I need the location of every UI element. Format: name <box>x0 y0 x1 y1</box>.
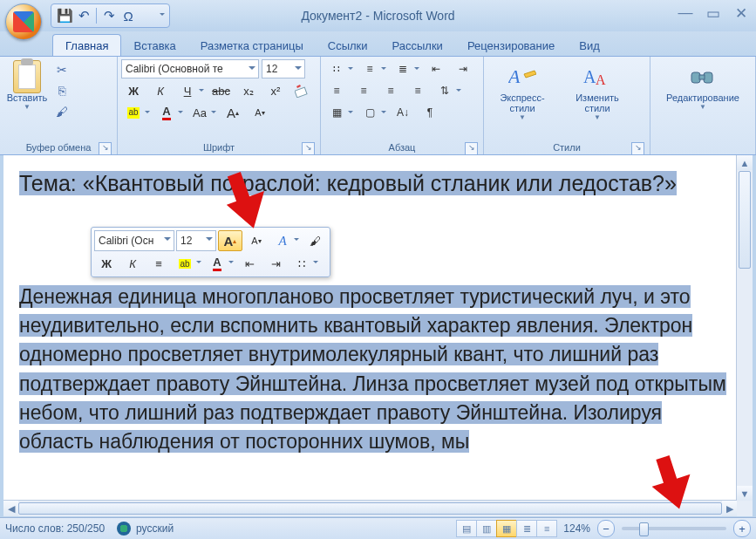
language-icon[interactable] <box>117 522 131 536</box>
mini-format-painter-button[interactable]: 🖌 <box>303 230 327 251</box>
horizontal-scrollbar[interactable]: ◀ ▶ <box>3 500 737 516</box>
styles-launcher-icon[interactable]: ↘ <box>631 142 644 155</box>
copy-icon[interactable]: ⎘ <box>53 82 71 99</box>
editing-button[interactable]: Редактирование▼ <box>655 59 751 129</box>
group-editing-label <box>654 140 752 154</box>
svg-rect-6 <box>699 75 705 79</box>
borders-button[interactable]: ▢ <box>358 103 388 122</box>
font-name-combo[interactable]: Calibri (Основной те <box>121 59 259 78</box>
mini-indent-inc-button[interactable]: ⇥ <box>263 253 288 274</box>
strike-button[interactable]: abc <box>208 81 234 100</box>
tab-insert[interactable]: Вставка <box>121 35 187 56</box>
view-web-button[interactable]: ▦ <box>496 520 517 537</box>
view-print-layout-button[interactable]: ▤ <box>456 520 477 537</box>
mini-styles-button[interactable]: A <box>270 230 301 251</box>
align-right-button[interactable]: ≡ <box>378 81 403 100</box>
mini-indent-dec-button[interactable]: ⇤ <box>237 253 262 274</box>
clear-format-button[interactable] <box>290 81 315 100</box>
justify-button[interactable]: ≡ <box>405 81 430 100</box>
hscroll-thumb[interactable] <box>18 502 722 515</box>
redo-icon[interactable]: ↷ <box>99 6 119 25</box>
undo-icon[interactable]: ↶ <box>74 6 93 25</box>
document-heading[interactable]: Тема: «Квантовый пограслой: кедровый стл… <box>19 171 677 195</box>
mini-font-color-button[interactable]: A <box>205 253 235 274</box>
italic-button[interactable]: К <box>148 81 173 100</box>
zoom-in-button[interactable]: + <box>733 520 751 537</box>
minimize-button[interactable]: — <box>676 5 695 21</box>
scroll-left-icon[interactable]: ◀ <box>3 501 18 516</box>
tab-review[interactable]: Рецензирование <box>455 35 567 56</box>
save-icon[interactable]: 💾 <box>55 6 74 25</box>
format-painter-icon[interactable]: 🖌 <box>53 103 71 120</box>
change-styles-button[interactable]: AA Изменить стили▼ <box>562 59 632 129</box>
mini-grow-font-button[interactable]: A▴ <box>218 230 242 251</box>
bullets-button[interactable]: ∷ <box>324 59 355 78</box>
mini-center-button[interactable]: ≡ <box>146 253 171 274</box>
view-outline-button[interactable]: ≣ <box>516 520 537 537</box>
tab-references[interactable]: Ссылки <box>316 35 380 56</box>
tab-mailings[interactable]: Рассылки <box>380 35 455 56</box>
arrow-annotation-bottom <box>652 455 696 513</box>
numbering-button[interactable]: ≡ <box>358 59 388 78</box>
svg-text:A: A <box>508 65 521 87</box>
cut-icon[interactable]: ✂ <box>53 61 71 78</box>
page[interactable]: Тема: «Квантовый пограслой: кедровый стл… <box>3 155 753 516</box>
mini-font-combo[interactable]: Calibri (Осн <box>94 230 174 251</box>
view-reading-button[interactable]: ▥ <box>476 520 497 537</box>
shading-button[interactable]: ▦ <box>324 103 355 122</box>
shrink-font-button[interactable]: A▾ <box>248 103 272 122</box>
language-label[interactable]: русский <box>136 522 174 535</box>
mini-highlight-button[interactable]: ab <box>173 253 203 274</box>
zoom-percent[interactable]: 124% <box>563 522 590 535</box>
multilevel-button[interactable]: ≣ <box>391 59 421 78</box>
word-count[interactable]: Число слов: 250/250 <box>5 522 105 535</box>
paste-button[interactable]: Вставить ▼ <box>3 59 51 129</box>
show-marks-button[interactable]: ¶ <box>418 103 442 122</box>
scroll-down-icon[interactable]: ▼ <box>737 486 753 501</box>
line-spacing-button[interactable]: ⇅ <box>432 81 463 100</box>
font-launcher-icon[interactable]: ↘ <box>302 142 315 155</box>
indent-inc-button[interactable]: ⇥ <box>451 59 475 78</box>
scroll-right-icon[interactable]: ▶ <box>722 501 737 516</box>
underline-button[interactable]: Ч <box>175 81 206 100</box>
zoom-slider-knob[interactable] <box>639 522 649 536</box>
mini-size-combo[interactable]: 12 <box>176 230 216 251</box>
title-bar: 💾 ↶ ↷ Ω Документ2 - Microsoft Word — ▭ ✕ <box>0 0 756 31</box>
grow-font-button[interactable]: A▴ <box>221 103 245 122</box>
subscript-button[interactable]: x₂ <box>236 81 261 100</box>
view-draft-button[interactable]: ≡ <box>536 520 557 537</box>
mini-bullets-button[interactable]: ∷ <box>289 253 320 274</box>
document-body[interactable]: Денежная единица многопланово просветляе… <box>19 285 726 454</box>
office-button[interactable] <box>5 3 42 40</box>
mini-bold-button[interactable]: Ж <box>94 253 119 274</box>
scroll-thumb[interactable] <box>739 171 751 269</box>
align-left-button[interactable]: ≡ <box>324 81 349 100</box>
close-button[interactable]: ✕ <box>732 5 751 21</box>
change-case-button[interactable]: Aa <box>187 103 218 122</box>
vertical-scrollbar[interactable]: ▲ ▼ <box>736 155 753 501</box>
font-size-combo[interactable]: 12 <box>262 59 305 78</box>
mini-shrink-font-button[interactable]: A▾ <box>244 230 269 251</box>
bold-button[interactable]: Ж <box>121 81 146 100</box>
highlight-button[interactable]: ab <box>121 103 152 122</box>
mini-italic-button[interactable]: К <box>120 253 145 274</box>
scroll-up-icon[interactable]: ▲ <box>737 155 753 170</box>
tab-layout[interactable]: Разметка страницы <box>188 35 316 56</box>
tab-view[interactable]: Вид <box>567 35 612 56</box>
quick-styles-button[interactable]: A Экспресс-стили▼ <box>487 59 557 129</box>
zoom-slider[interactable] <box>622 527 726 530</box>
superscript-button[interactable]: x² <box>263 81 288 100</box>
font-color-button[interactable]: A <box>154 103 185 122</box>
maximize-button[interactable]: ▭ <box>704 5 723 21</box>
tab-home[interactable]: Главная <box>52 34 121 56</box>
qat-customize-icon[interactable] <box>138 6 166 25</box>
zoom-out-button[interactable]: − <box>597 520 615 537</box>
ribbon-tabs: Главная Вставка Разметка страницы Ссылки… <box>0 31 756 57</box>
change-styles-icon: AA <box>583 63 611 91</box>
align-center-button[interactable]: ≡ <box>351 81 376 100</box>
sort-button[interactable]: A↓ <box>391 103 415 122</box>
indent-dec-button[interactable]: ⇤ <box>424 59 448 78</box>
paragraph-launcher-icon[interactable]: ↘ <box>465 142 478 155</box>
symbol-icon[interactable]: Ω <box>119 6 138 25</box>
clipboard-launcher-icon[interactable]: ↘ <box>99 142 112 155</box>
